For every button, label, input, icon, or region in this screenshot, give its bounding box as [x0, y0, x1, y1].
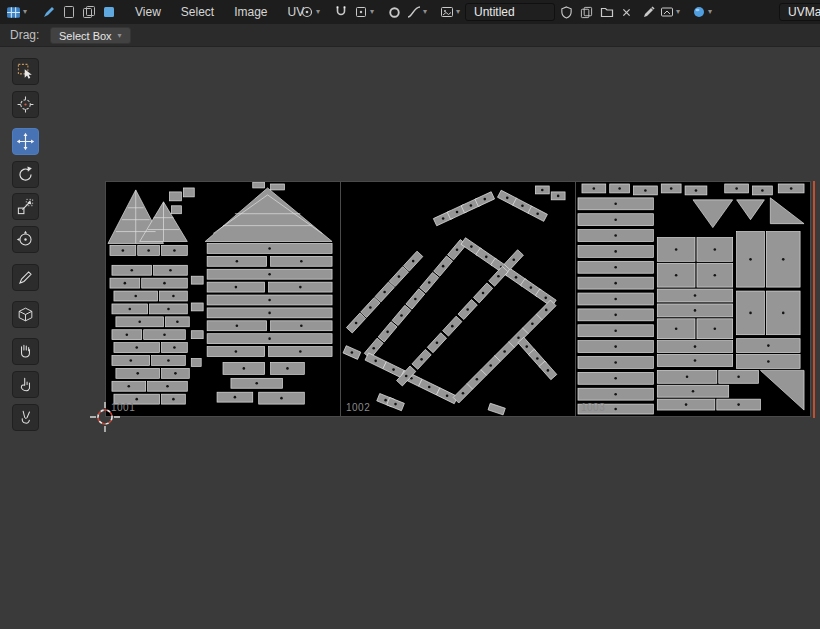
tweak-icon [16, 62, 35, 81]
snap-target-icon [354, 5, 368, 19]
pin-image-button[interactable] [640, 2, 658, 22]
donut-circle-icon [388, 6, 401, 19]
annotate-tool-button[interactable] [12, 264, 39, 291]
falloff-curve-icon [407, 5, 421, 19]
rotate-tool-button[interactable] [12, 161, 39, 188]
snap-target-button[interactable]: ▾ [352, 2, 376, 22]
uv-edit-mode-button[interactable] [40, 2, 58, 22]
browse-image-button[interactable]: ▾ [438, 2, 462, 22]
drag-mode-select[interactable]: Select Box ▾ [50, 27, 131, 44]
hand-icon [16, 342, 35, 361]
scale-tool-button[interactable] [12, 193, 39, 220]
rotate-icon [16, 165, 35, 184]
editor-header: ▾ View Select Image UV [0, 0, 820, 24]
file-icon [62, 5, 76, 19]
proportional-falloff-button[interactable]: ▾ [405, 2, 429, 22]
uv-wireframe-1002 [341, 182, 575, 416]
select-mode-group [40, 0, 118, 24]
image-name-field[interactable]: Untitled [465, 3, 555, 21]
duplicate-icon [580, 6, 593, 19]
pivot-icon [300, 5, 314, 19]
image-datablock-group: ▾ Untitled [438, 0, 634, 24]
island-mode-button[interactable] [100, 2, 118, 22]
folder-icon [600, 5, 614, 19]
pinch-fingers-icon [16, 408, 35, 427]
close-icon [621, 7, 632, 18]
cursor-tool-button[interactable] [12, 91, 39, 118]
menu-view[interactable]: View [126, 0, 170, 24]
image-icon [440, 5, 454, 19]
render-slot-button[interactable]: ▾ [658, 2, 682, 22]
render-slot-group: ▾ [658, 0, 682, 24]
image-name-text: Untitled [474, 5, 515, 19]
box-icon [16, 305, 35, 324]
chevron-down-icon: ▾ [423, 8, 427, 16]
snap-group: ▾ [332, 0, 376, 24]
pointing-finger-icon [16, 375, 35, 394]
menu-select[interactable]: Select [172, 0, 223, 24]
pin-group [640, 0, 658, 24]
move-icon [16, 132, 35, 151]
open-image-button[interactable] [598, 2, 616, 22]
cursor-2d [90, 402, 120, 432]
menu-image[interactable]: Image [225, 0, 276, 24]
uvmap-label: UVMap [788, 5, 820, 19]
display-channels-group: ▾ [690, 0, 714, 24]
uv-editor-icon [6, 5, 21, 20]
uv-wireframe-1003 [576, 182, 810, 416]
file-toggle-button[interactable] [60, 2, 78, 22]
copy-toggle-button[interactable] [80, 2, 98, 22]
udim-tile-1002: 1002 [340, 181, 576, 417]
transform-icon [16, 230, 35, 249]
copy-icon [82, 5, 96, 19]
udim-tile-1003: 1003 [575, 181, 811, 417]
duplicate-image-button[interactable] [578, 2, 595, 22]
pivot-point-button[interactable]: ▾ [298, 2, 322, 22]
chevron-down-icon: ▾ [456, 8, 460, 16]
cursor-icon [16, 95, 35, 114]
shield-icon [560, 6, 573, 19]
pencil-icon [42, 5, 56, 19]
chevron-down-icon: ▾ [676, 8, 680, 16]
chevron-down-icon: ▾ [118, 32, 122, 40]
fake-user-toggle[interactable] [558, 2, 575, 22]
menu-bar: View Select Image UV [126, 0, 313, 24]
display-channels-button[interactable]: ▾ [690, 2, 714, 22]
unlink-image-button[interactable] [619, 2, 634, 22]
grab-tool-button[interactable] [12, 338, 39, 365]
uvmap-selector[interactable]: UVMap [779, 3, 820, 21]
proportional-editing-toggle[interactable] [386, 2, 403, 22]
relax-tool-button[interactable] [12, 371, 39, 398]
uv-editor-window: ▾ View Select Image UV [0, 0, 820, 629]
chevron-down-icon: ▾ [370, 8, 374, 16]
tool-settings-bar: Drag: Select Box ▾ [0, 24, 820, 47]
udim-tile-1001: 1001 [105, 181, 341, 417]
proportional-group: ▾ [386, 0, 429, 24]
uv-wireframe-1001 [106, 182, 340, 416]
magnet-icon [334, 5, 348, 19]
tweak-tool-button[interactable] [12, 58, 39, 85]
pinch-tool-button[interactable] [12, 404, 39, 431]
editor-type-button[interactable]: ▾ [4, 2, 29, 22]
color-sphere-icon [692, 5, 706, 19]
udim-tile-label: 1002 [346, 402, 370, 413]
editor-type-group: ▾ [4, 0, 29, 24]
scale-icon [16, 197, 35, 216]
transform-tool-button[interactable] [12, 226, 39, 253]
annotate-pencil-icon [16, 268, 35, 287]
render-slot-icon [660, 5, 674, 19]
chevron-down-icon: ▾ [708, 8, 712, 16]
udim-tile-label: 1003 [581, 402, 605, 413]
pivot-group: ▾ [298, 0, 322, 24]
active-tile-border [813, 181, 815, 418]
rip-region-tool-button[interactable] [12, 301, 39, 328]
pin-brush-icon [642, 5, 656, 19]
drag-mode-value: Select Box [59, 30, 112, 42]
chevron-down-icon: ▾ [23, 8, 27, 16]
chevron-down-icon: ▾ [316, 8, 320, 16]
drag-label: Drag: [10, 28, 39, 42]
blue-square-icon [102, 5, 116, 19]
snap-toggle-button[interactable] [332, 2, 350, 22]
move-tool-button[interactable] [12, 128, 39, 155]
uv-canvas[interactable]: 1001 1002 1003 [0, 47, 820, 629]
